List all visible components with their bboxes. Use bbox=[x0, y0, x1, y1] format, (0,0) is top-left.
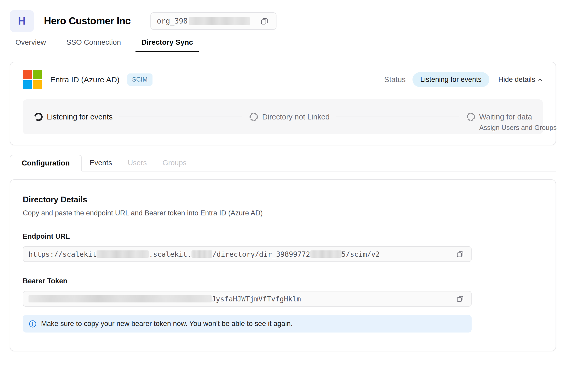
spinner-icon bbox=[34, 112, 43, 122]
org-header: H Hero Customer Inc org_398 bbox=[10, 10, 556, 32]
endpoint-url-segment: https://scalekit bbox=[29, 250, 97, 258]
dashed-circle-icon bbox=[249, 112, 258, 122]
status-badge: Listening for events bbox=[412, 72, 489, 87]
step-label: Directory not Linked bbox=[262, 113, 330, 121]
dashed-circle-icon bbox=[466, 112, 476, 122]
hide-details-label: Hide details bbox=[498, 76, 535, 84]
endpoint-url-segment: 5/scim/v2 bbox=[342, 250, 380, 258]
org-id-field: org_398 bbox=[150, 12, 276, 30]
endpoint-url-redacted bbox=[191, 250, 212, 258]
status-label: Status bbox=[384, 75, 406, 84]
details-subtitle: Copy and paste the endpoint URL and Bear… bbox=[23, 209, 543, 217]
directory-section-tabs: Configuration Events Users Groups bbox=[10, 155, 556, 171]
subtab-events[interactable]: Events bbox=[82, 155, 120, 171]
org-id-copy-button[interactable] bbox=[259, 15, 270, 27]
subtab-groups: Groups bbox=[155, 155, 194, 171]
tab-overview[interactable]: Overview bbox=[10, 38, 52, 52]
provider-name: Entra ID (Azure AD) bbox=[50, 75, 120, 84]
tab-sso-connection[interactable]: SSO Connection bbox=[61, 38, 127, 52]
endpoint-url-label: Endpoint URL bbox=[23, 232, 543, 240]
endpoint-url-field: https://scalekit .scalekit. /directory/d… bbox=[23, 246, 472, 262]
step-connector bbox=[119, 117, 242, 117]
org-tabs: Overview SSO Connection Directory Sync bbox=[10, 38, 556, 52]
chevron-up-icon bbox=[537, 77, 543, 83]
copy-icon bbox=[456, 295, 464, 303]
step-listening-for-events: Listening for events bbox=[34, 112, 112, 122]
bearer-token-redacted bbox=[29, 295, 212, 302]
tab-directory-sync[interactable]: Directory Sync bbox=[135, 38, 199, 52]
info-icon bbox=[29, 320, 37, 328]
endpoint-url-copy-button[interactable] bbox=[454, 248, 466, 260]
step-sublabel: Assign Users and Groups bbox=[479, 124, 557, 132]
endpoint-url-redacted bbox=[97, 250, 149, 258]
endpoint-url-segment: /directory/dir_39899772 bbox=[212, 250, 310, 258]
hide-details-toggle[interactable]: Hide details bbox=[498, 76, 543, 84]
subtab-configuration[interactable]: Configuration bbox=[10, 155, 82, 171]
org-id-redacted bbox=[189, 17, 250, 25]
provider-header: Entra ID (Azure AD) SCIM Status Listenin… bbox=[23, 70, 543, 89]
step-label: Listening for events bbox=[47, 113, 112, 121]
bearer-token-field: JysfaHJWTjmVfTvfgHklm bbox=[23, 291, 472, 307]
directory-sync-page: H Hero Customer Inc org_398 Overview SSO… bbox=[0, 0, 588, 378]
step-connector bbox=[336, 117, 459, 117]
endpoint-url-redacted bbox=[310, 250, 342, 258]
org-name-title: Hero Customer Inc bbox=[44, 15, 131, 27]
alert-text: Make sure to copy your new bearer token … bbox=[41, 320, 293, 328]
sync-status-stepper: Listening for events Directory not Linke… bbox=[23, 99, 543, 134]
bearer-token-label: Bearer Token bbox=[23, 277, 543, 285]
provider-card: Entra ID (Azure AD) SCIM Status Listenin… bbox=[10, 62, 556, 145]
bearer-token-copy-button[interactable] bbox=[454, 293, 466, 305]
copy-icon bbox=[260, 17, 269, 26]
step-label: Waiting for data bbox=[479, 113, 532, 121]
subtab-users: Users bbox=[120, 155, 155, 171]
endpoint-url-segment: .scalekit. bbox=[149, 250, 191, 258]
step-directory-not-linked: Directory not Linked bbox=[249, 112, 330, 122]
step-waiting-for-data: Waiting for data Assign Users and Groups bbox=[466, 112, 532, 122]
details-title: Directory Details bbox=[23, 195, 543, 204]
org-avatar: H bbox=[10, 10, 34, 32]
org-id-value: org_398 bbox=[157, 17, 188, 25]
copy-icon bbox=[456, 250, 464, 258]
microsoft-logo-icon bbox=[23, 70, 42, 89]
scim-badge: SCIM bbox=[127, 73, 152, 86]
org-avatar-initial: H bbox=[18, 15, 26, 27]
directory-details-card: Directory Details Copy and paste the end… bbox=[10, 179, 556, 351]
bearer-token-alert: Make sure to copy your new bearer token … bbox=[23, 315, 472, 333]
bearer-token-visible: JysfaHJWTjmVfTvfgHklm bbox=[212, 295, 301, 303]
